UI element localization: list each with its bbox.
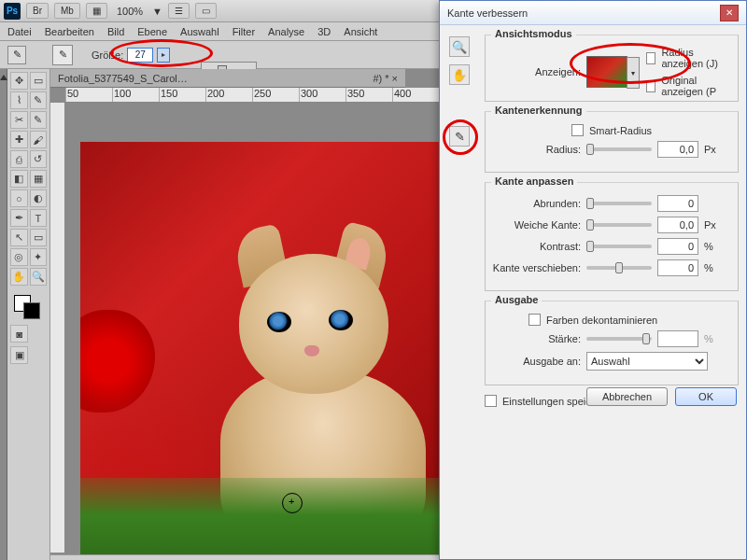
view-preview-thumbnail[interactable]: ▾ xyxy=(586,56,627,88)
panel-collapse-strip[interactable] xyxy=(0,69,7,560)
amount-label: Stärke: xyxy=(491,333,581,344)
menu-3d[interactable]: 3D xyxy=(317,26,331,37)
brush-size-flyout-icon[interactable]: ▸ xyxy=(157,48,170,63)
stamp-tool[interactable]: ⎙ xyxy=(10,150,28,168)
shift-input[interactable] xyxy=(657,259,698,276)
original-anzeigen-checkbox[interactable] xyxy=(646,80,655,92)
heal-tool[interactable]: ✚ xyxy=(10,131,28,148)
brush-cursor-icon xyxy=(282,493,303,513)
move-tool[interactable]: ✥ xyxy=(10,72,28,90)
shift-slider[interactable] xyxy=(586,266,652,270)
decontaminate-checkbox[interactable] xyxy=(529,314,541,326)
unit-pct: % xyxy=(704,241,713,252)
path-tool[interactable]: ↖ xyxy=(10,229,28,246)
bridge-button[interactable]: Br xyxy=(26,3,49,19)
adjust-edge-group: Kante anpassen Abrunden: Weiche Kante:Px… xyxy=(485,182,739,291)
ok-button[interactable]: OK xyxy=(675,387,737,406)
gradient-tool[interactable]: ▦ xyxy=(30,170,48,188)
hand-tool[interactable]: ✋ xyxy=(10,268,28,286)
camera-tool[interactable]: ✦ xyxy=(30,248,48,266)
pen-tool[interactable]: ✒ xyxy=(10,209,28,227)
quickmask-button[interactable]: ◙ xyxy=(10,325,28,343)
output-group: Ausgabe Farben dekontaminieren Stärke:% … xyxy=(485,301,739,385)
screenmode-button[interactable]: ▭ xyxy=(195,3,217,19)
menu-ansicht[interactable]: Ansicht xyxy=(344,26,377,37)
menu-ebene[interactable]: Ebene xyxy=(137,26,167,37)
radius-anzeigen-label: Radius anzeigen (J) xyxy=(661,47,732,69)
feather-label: Weiche Kante: xyxy=(491,219,581,231)
cancel-button[interactable]: Abbrechen xyxy=(586,387,668,406)
zoom-tool[interactable]: 🔍 xyxy=(30,268,48,286)
dialog-hand-tool[interactable]: ✋ xyxy=(449,64,470,85)
menu-filter[interactable]: Filter xyxy=(233,26,255,37)
radius-slider[interactable] xyxy=(586,147,652,151)
marquee-tool[interactable]: ▭ xyxy=(30,72,48,90)
eraser-tool[interactable]: ◧ xyxy=(10,170,28,188)
lasso-tool[interactable]: ⌇ xyxy=(10,91,28,109)
menu-datei[interactable]: Datei xyxy=(7,26,32,37)
brush-preset-icon[interactable]: ✎ xyxy=(52,45,73,65)
history-brush-tool[interactable]: ↺ xyxy=(30,150,48,168)
screenmode-tool[interactable]: ▣ xyxy=(10,346,28,364)
dialog-zoom-tool[interactable]: 🔍 xyxy=(449,36,470,57)
annotation-circle-brush xyxy=(443,119,478,155)
size-label: Größe: xyxy=(92,49,123,61)
view-extras-button[interactable]: ▦ xyxy=(86,3,107,19)
original-anzeigen-label: Original anzeigen (P xyxy=(661,75,732,97)
dialog-refine-brush-tool[interactable]: ✎ xyxy=(449,126,470,147)
shape-tool[interactable]: ▭ xyxy=(30,229,48,246)
dodge-tool[interactable]: ◐ xyxy=(30,189,48,207)
brush-size-input[interactable] xyxy=(127,48,153,63)
brush-tool[interactable]: 🖌 xyxy=(30,131,48,148)
ruler-vertical xyxy=(50,103,65,553)
minibridge-button[interactable]: Mb xyxy=(54,3,80,19)
refine-edge-dialog: Kante verbessern ✕ 🔍 ✋ ✎ Ansichtsmodus A… xyxy=(439,0,747,560)
background-swatch[interactable] xyxy=(23,302,40,319)
current-tool-icon[interactable]: ✎ xyxy=(7,46,26,64)
smart-radius-label: Smart-Radius xyxy=(589,125,652,136)
dialog-titlebar[interactable]: Kante verbessern ✕ xyxy=(440,1,746,25)
radius-label: Radius: xyxy=(491,144,581,155)
smooth-input[interactable] xyxy=(657,195,698,212)
image-grass xyxy=(80,478,443,560)
color-swatches[interactable] xyxy=(10,293,47,321)
quickselect-tool[interactable]: ✎ xyxy=(30,91,48,109)
output-label: Ausgabe xyxy=(491,294,542,305)
crop-tool[interactable]: ✂ xyxy=(10,111,28,129)
zoom-level[interactable]: 100% xyxy=(113,6,147,17)
feather-slider[interactable] xyxy=(586,223,652,227)
menu-analyse[interactable]: Analyse xyxy=(268,26,304,37)
canvas-image[interactable] xyxy=(80,142,443,560)
output-to-label: Ausgabe an: xyxy=(491,356,581,367)
menu-bearbeiten[interactable]: Bearbeiten xyxy=(45,26,94,37)
contrast-label: Kontrast: xyxy=(491,241,581,252)
menu-bild[interactable]: Bild xyxy=(107,26,124,37)
smart-radius-checkbox[interactable] xyxy=(571,124,584,136)
contrast-input[interactable] xyxy=(657,238,698,255)
unit-px: Px xyxy=(704,144,716,155)
radius-input[interactable] xyxy=(657,141,698,158)
type-tool[interactable]: T xyxy=(30,209,48,227)
zoom-dropdown-icon[interactable]: ▼ xyxy=(152,6,162,17)
contrast-slider[interactable] xyxy=(586,245,652,248)
feather-input[interactable] xyxy=(657,217,698,233)
amount-input xyxy=(657,330,698,347)
unit-pct2: % xyxy=(704,262,713,273)
remember-settings-checkbox[interactable] xyxy=(485,395,497,407)
blur-tool[interactable]: ○ xyxy=(10,189,28,207)
menu-auswahl[interactable]: Auswahl xyxy=(180,26,219,37)
adjust-edge-label: Kante anpassen xyxy=(491,175,577,187)
smooth-slider[interactable] xyxy=(586,202,652,205)
arrange-button[interactable]: ☰ xyxy=(168,3,190,19)
viewmode-group-label: Ansichtsmodus xyxy=(491,28,576,39)
radius-anzeigen-checkbox[interactable] xyxy=(646,52,656,64)
output-to-select[interactable]: Auswahl xyxy=(586,352,708,371)
anzeigen-label: Anzeigen: xyxy=(491,66,581,77)
eyedropper-tool[interactable]: ✎ xyxy=(30,111,48,129)
view-preview-dropdown-icon[interactable]: ▾ xyxy=(627,57,640,89)
toolbox: ✥▭ ⌇✎ ✂✎ ✚🖌 ⎙↺ ◧▦ ○◐ ✒T ↖▭ ◎✦ ✋🔍 ◙ ▣ xyxy=(7,69,50,560)
3d-tool[interactable]: ◎ xyxy=(10,248,28,266)
dialog-close-button[interactable]: ✕ xyxy=(720,5,739,21)
dialog-title: Kante verbessern xyxy=(447,7,528,19)
document-tab[interactable]: Fotolia_5377549_S_Carol…#) * × xyxy=(50,69,405,88)
